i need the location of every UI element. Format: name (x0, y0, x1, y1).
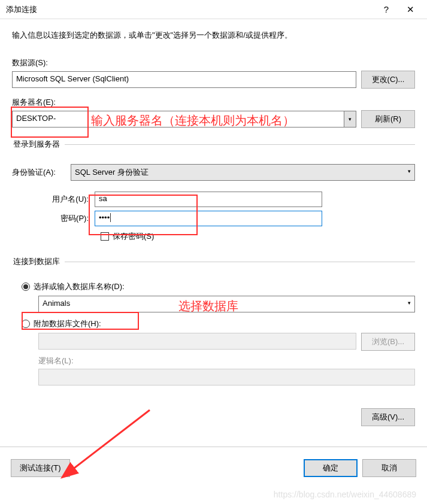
save-password-label: 保存密码(S) (113, 231, 154, 242)
advanced-button[interactable]: 高级(V)... (361, 408, 415, 426)
password-label: 密码(P): (35, 213, 95, 224)
auth-value: SQL Server 身份验证 (75, 168, 149, 177)
radio-select-label: 选择或输入数据库名称(D): (34, 281, 125, 292)
database-select[interactable]: Animals ▾ (38, 296, 415, 312)
login-legend: 登录到服务器 (12, 139, 65, 150)
password-input[interactable]: •••• (95, 211, 322, 226)
radio-select-db[interactable] (22, 283, 30, 291)
divider (0, 447, 427, 447)
cancel-button[interactable]: 取消 (362, 459, 416, 477)
instruction-text: 输入信息以连接到选定的数据源，或单击"更改"选择另一个数据源和/或提供程序。 (12, 30, 415, 41)
login-section: 登录到服务器 身份验证(A): SQL Server 身份验证 ▾ 用户名(U)… (12, 139, 415, 245)
database-legend: 连接到数据库 (12, 256, 65, 267)
radio-attach-label: 附加数据库文件(H): (34, 318, 101, 329)
datasource-input[interactable]: Microsoft SQL Server (SqlClient) (12, 71, 356, 88)
attach-file-input (38, 333, 356, 350)
logical-name-input (38, 369, 415, 385)
radio-attach-db[interactable] (22, 320, 30, 328)
username-label: 用户名(U): (35, 194, 95, 205)
auth-label: 身份验证(A): (12, 167, 66, 178)
titlebar: 添加连接 ? ✕ (0, 0, 427, 19)
servername-label: 服务器名(E): (12, 97, 415, 108)
database-section: 连接到数据库 选择或输入数据库名称(D): Animals ▾ 附加数据库文件(… (12, 256, 415, 391)
save-password-checkbox[interactable] (101, 232, 109, 241)
logical-name-label: 逻辑名(L): (38, 356, 415, 366)
chevron-down-icon: ▾ (408, 300, 411, 306)
chevron-down-icon[interactable]: ▾ (344, 111, 356, 127)
browse-button: 浏览(B)... (361, 333, 415, 351)
button-bar: 测试连接(T) 确定 取消 (0, 453, 427, 488)
change-button[interactable]: 更改(C)... (361, 71, 415, 89)
refresh-button[interactable]: 刷新(R) (361, 110, 415, 128)
datasource-label: 数据源(S): (12, 57, 415, 68)
chevron-down-icon: ▾ (408, 168, 411, 174)
servername-input[interactable]: DESKTOP- ▾ (12, 111, 356, 127)
auth-select[interactable]: SQL Server 身份验证 ▾ (71, 164, 415, 181)
close-icon[interactable]: ✕ (398, 4, 422, 15)
ok-button[interactable]: 确定 (304, 459, 358, 477)
help-icon[interactable]: ? (374, 4, 398, 14)
dialog-content: 输入信息以连接到选定的数据源，或单击"更改"选择另一个数据源和/或提供程序。 数… (0, 19, 427, 436)
database-value: Animals (43, 299, 70, 308)
watermark: https://blog.csdn.net/weixin_44608689 (274, 490, 416, 499)
window-title: 添加连接 (6, 4, 374, 15)
test-connection-button[interactable]: 测试连接(T) (11, 459, 70, 477)
servername-value: DESKTOP- (16, 114, 56, 123)
username-input[interactable]: sa (95, 192, 322, 207)
